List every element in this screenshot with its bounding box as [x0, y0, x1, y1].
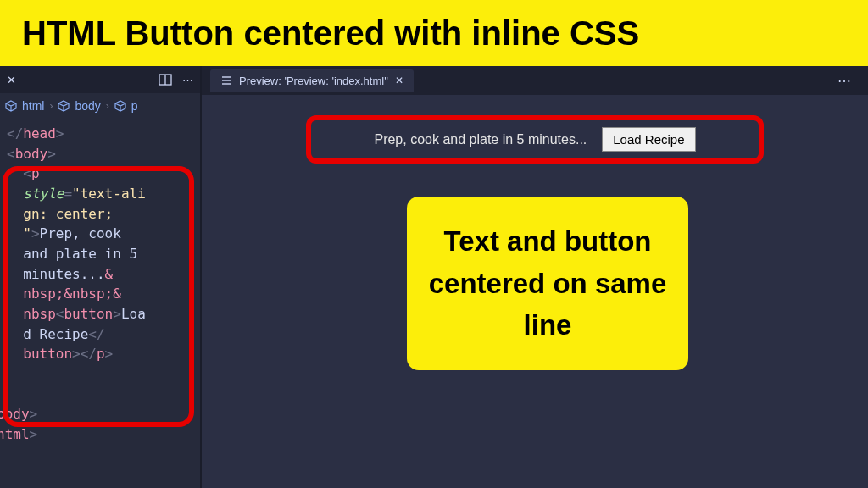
- page-title-banner: HTML Button centered with inline CSS: [0, 0, 868, 66]
- code-editor[interactable]: </head> <body> <p style="text-ali gn: ce…: [0, 119, 200, 450]
- preview-list-icon: [220, 75, 232, 86]
- callout-text: Text and button centered on same line: [429, 225, 667, 341]
- preview-content: Prep, cook and plate in 5 minutes... Loa…: [202, 95, 868, 488]
- cube-icon: [5, 100, 17, 112]
- chevron-right-icon: ›: [49, 100, 53, 112]
- breadcrumb-item[interactable]: body: [75, 99, 100, 113]
- cube-icon: [58, 100, 70, 112]
- preview-text: Prep, cook and plate in 5 minutes...: [374, 132, 587, 147]
- preview-tab[interactable]: Preview: 'Preview: 'index.html'' ✕: [210, 69, 414, 92]
- cube-icon: [114, 100, 126, 112]
- close-icon[interactable]: ✕: [7, 74, 16, 86]
- close-icon[interactable]: ✕: [395, 75, 403, 86]
- breadcrumb-item[interactable]: html: [22, 99, 44, 113]
- chevron-right-icon: ›: [106, 100, 109, 112]
- breadcrumb-item[interactable]: p: [131, 99, 138, 113]
- editor-tabbar: ✕ ⋯: [0, 66, 200, 93]
- split-editor-icon[interactable]: [159, 73, 172, 86]
- preview-tab-label: Preview: 'Preview: 'index.html'': [239, 75, 388, 87]
- preview-pane: Preview: 'Preview: 'index.html'' ✕ ⋯ Pre…: [202, 66, 868, 488]
- page-title: HTML Button centered with inline CSS: [22, 14, 639, 53]
- load-recipe-button[interactable]: Load Recipe: [602, 127, 695, 152]
- preview-highlight-box: Prep, cook and plate in 5 minutes... Loa…: [306, 115, 764, 164]
- breadcrumb[interactable]: html › body › p: [0, 93, 200, 119]
- callout-box: Text and button centered on same line: [407, 197, 688, 370]
- workspace: ✕ ⋯ html › body › p </: [0, 66, 868, 488]
- editor-pane: ✕ ⋯ html › body › p </: [0, 66, 202, 488]
- preview-tabbar: Preview: 'Preview: 'index.html'' ✕ ⋯: [202, 66, 868, 95]
- more-icon[interactable]: ⋯: [837, 73, 860, 89]
- more-icon[interactable]: ⋯: [182, 74, 193, 86]
